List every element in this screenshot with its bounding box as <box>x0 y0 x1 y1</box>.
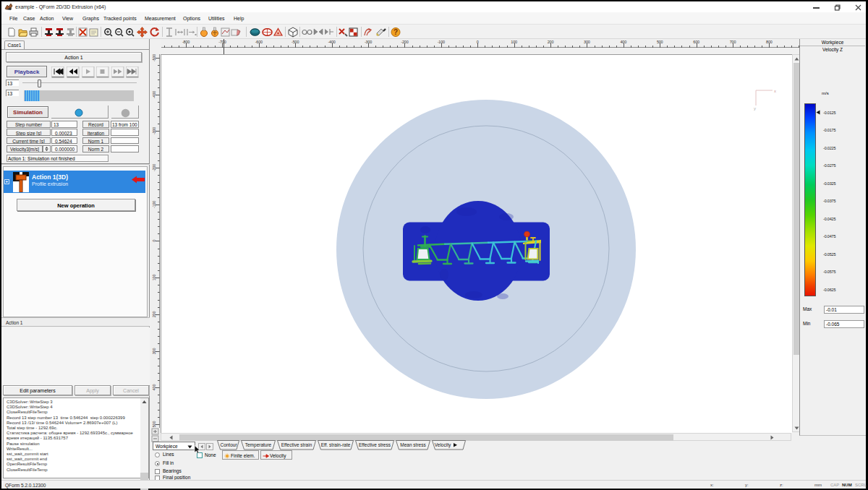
svg-text:x: x <box>774 89 776 93</box>
svg-text:Contour: Contour <box>220 442 237 447</box>
svg-text:Eff. strain-rate: Eff. strain-rate <box>321 442 351 447</box>
svg-text:Effective strain: Effective strain <box>281 442 312 447</box>
svg-text:y: y <box>754 106 756 111</box>
svg-text:Temperature: Temperature <box>245 442 272 448</box>
svg-text:Effective stress: Effective stress <box>359 442 391 447</box>
svg-text:?: ? <box>393 28 398 36</box>
svg-text:Velocity: Velocity <box>435 442 451 448</box>
svg-text:Mean stress: Mean stress <box>400 442 426 447</box>
